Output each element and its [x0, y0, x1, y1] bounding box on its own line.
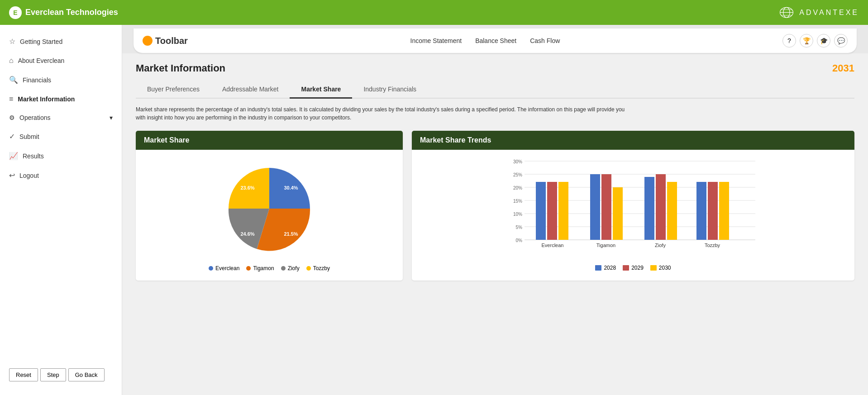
go-back-button[interactable]: Go Back	[68, 368, 105, 381]
chat-icon-button[interactable]: 💬	[834, 34, 848, 48]
toolbar-brand: Toolbar	[143, 36, 188, 46]
market-share-trends-body: 30% 25% 20% 15% 10% 5% 0%	[412, 150, 854, 278]
chart-icon: 📈	[9, 152, 18, 160]
toolbar-orange-circle	[143, 36, 153, 46]
svg-text:21.5%: 21.5%	[284, 231, 298, 237]
svg-text:15%: 15%	[513, 199, 522, 204]
nav-income-statement[interactable]: Income Statement	[410, 35, 462, 47]
market-share-body: 30.4% 21.5% 24.6% 23.6% Everclean	[136, 150, 403, 281]
legend-tozzby: Tozzby	[306, 265, 330, 271]
sidebar-label-operations: Operations	[19, 114, 50, 121]
market-share-trends-card: Market Share Trends 30% 25% 20% 15% 10% …	[412, 131, 854, 281]
sidebar-item-logout[interactable]: ↩ Logout	[0, 166, 122, 185]
help-icon-button[interactable]: ?	[782, 34, 796, 48]
bar-chart-svg: 30% 25% 20% 15% 10% 5% 0%	[421, 157, 845, 256]
company-name: Everclean Technologies	[25, 8, 118, 17]
bar-chart-wrapper: 30% 25% 20% 15% 10% 5% 0%	[421, 157, 845, 258]
logo-area: E Everclean Technologies	[9, 6, 118, 19]
charts-row: Market Share	[136, 131, 854, 281]
globe-icon	[777, 5, 796, 20]
home-icon: ⌂	[9, 57, 14, 65]
legend-label-2028: 2028	[604, 265, 616, 271]
legend-everclean: Everclean	[209, 265, 239, 271]
pie-legend: Everclean Tigamon Ziofy	[209, 265, 330, 271]
sidebar-label-submit: Submit	[19, 133, 39, 140]
svg-text:10%: 10%	[513, 212, 522, 217]
sidebar-item-about-everclean[interactable]: ⌂ About Everclean	[0, 51, 122, 70]
svg-rect-27	[590, 174, 600, 240]
svg-rect-28	[601, 174, 611, 240]
tabs: Buyer Preferences Addressable Market Mar…	[136, 81, 854, 99]
page-content: Market Information 2031 Buyer Preference…	[122, 53, 868, 395]
sidebar-item-market-information[interactable]: ≡ Market Information	[0, 90, 122, 109]
legend-dot-tigamon	[246, 266, 251, 271]
legend-2028: 2028	[595, 265, 616, 271]
svg-rect-23	[536, 182, 546, 240]
check-icon: ✓	[9, 132, 15, 141]
tab-market-share[interactable]: Market Share	[290, 81, 352, 99]
sidebar-buttons: Reset Step Go Back	[0, 362, 122, 388]
market-share-trends-header: Market Share Trends	[412, 131, 854, 150]
bar-chart-legend: 2028 2029 2030	[595, 265, 671, 271]
legend-2029: 2029	[623, 265, 644, 271]
legend-label-tozzby: Tozzby	[313, 265, 330, 271]
toolbar-brand-label: Toolbar	[155, 36, 188, 46]
svg-text:Everclean: Everclean	[542, 243, 564, 248]
year-badge: 2031	[832, 62, 854, 74]
tab-addressable-market[interactable]: Addressable Market	[211, 81, 290, 99]
svg-rect-32	[656, 174, 666, 240]
svg-rect-35	[696, 182, 706, 240]
svg-rect-33	[667, 182, 677, 240]
pie-chart: 30.4% 21.5% 24.6% 23.6%	[224, 163, 315, 254]
tab-buyer-preferences[interactable]: Buyer Preferences	[136, 81, 211, 99]
tab-industry-financials[interactable]: Industry Financials	[352, 81, 428, 99]
sidebar-item-financials[interactable]: 🔍 Financials	[0, 70, 122, 90]
svg-text:Ziofy: Ziofy	[655, 243, 666, 248]
svg-text:5%: 5%	[516, 225, 523, 230]
legend-label-tigamon: Tigamon	[253, 265, 274, 271]
nav-cash-flow[interactable]: Cash Flow	[530, 35, 560, 47]
svg-text:Tozzby: Tozzby	[705, 243, 720, 248]
svg-rect-29	[613, 187, 623, 240]
svg-text:Tigamon: Tigamon	[596, 243, 615, 248]
toolbar-icons: ? 🏆 🎓 💬	[782, 34, 848, 48]
star-icon: ☆	[9, 37, 15, 46]
sidebar-label-getting-started: Getting Started	[20, 38, 62, 45]
advantexe-text: ADVANTEXE	[799, 9, 859, 17]
sidebar-item-submit[interactable]: ✓ Submit	[0, 127, 122, 146]
svg-text:0%: 0%	[516, 238, 523, 243]
toolbar-bar: Toolbar Income Statement Balance Sheet C…	[134, 29, 857, 53]
svg-text:30%: 30%	[513, 159, 522, 164]
svg-rect-37	[719, 182, 729, 240]
pie-svg: 30.4% 21.5% 24.6% 23.6%	[224, 163, 315, 254]
graduation-icon-button[interactable]: 🎓	[817, 34, 830, 48]
nav-balance-sheet[interactable]: Balance Sheet	[475, 35, 516, 47]
legend-label-2030: 2030	[659, 265, 671, 271]
legend-color-2028	[595, 265, 601, 271]
page-title: Market Information	[136, 62, 225, 74]
legend-tigamon: Tigamon	[246, 265, 274, 271]
step-button[interactable]: Step	[40, 368, 66, 381]
legend-label-everclean: Everclean	[215, 265, 239, 271]
market-share-header: Market Share	[136, 131, 403, 150]
top-header: E Everclean Technologies ADVANTEXE	[0, 0, 868, 25]
sidebar-label-about-everclean: About Everclean	[18, 57, 65, 64]
sidebar-item-getting-started[interactable]: ☆ Getting Started	[0, 32, 122, 51]
content-area: Toolbar Income Statement Balance Sheet C…	[122, 25, 868, 395]
sidebar-item-operations[interactable]: ⚙ Operations ▾	[0, 109, 122, 127]
reset-button[interactable]: Reset	[9, 368, 38, 381]
gear-icon: ⚙	[9, 114, 15, 121]
svg-rect-31	[644, 177, 654, 240]
trophy-icon-button[interactable]: 🏆	[800, 34, 813, 48]
svg-text:23.6%: 23.6%	[240, 185, 254, 190]
legend-dot-tozzby	[306, 266, 311, 271]
description-text: Market share represents the percentage o…	[136, 105, 634, 122]
svg-rect-25	[558, 182, 568, 240]
logout-icon: ↩	[9, 171, 15, 180]
sidebar-label-market-information: Market Information	[18, 95, 75, 103]
legend-color-2030	[650, 265, 657, 271]
svg-rect-36	[708, 182, 718, 240]
chevron-down-icon: ▾	[110, 114, 113, 121]
sidebar-item-results[interactable]: 📈 Results	[0, 146, 122, 166]
market-share-card: Market Share	[136, 131, 403, 281]
